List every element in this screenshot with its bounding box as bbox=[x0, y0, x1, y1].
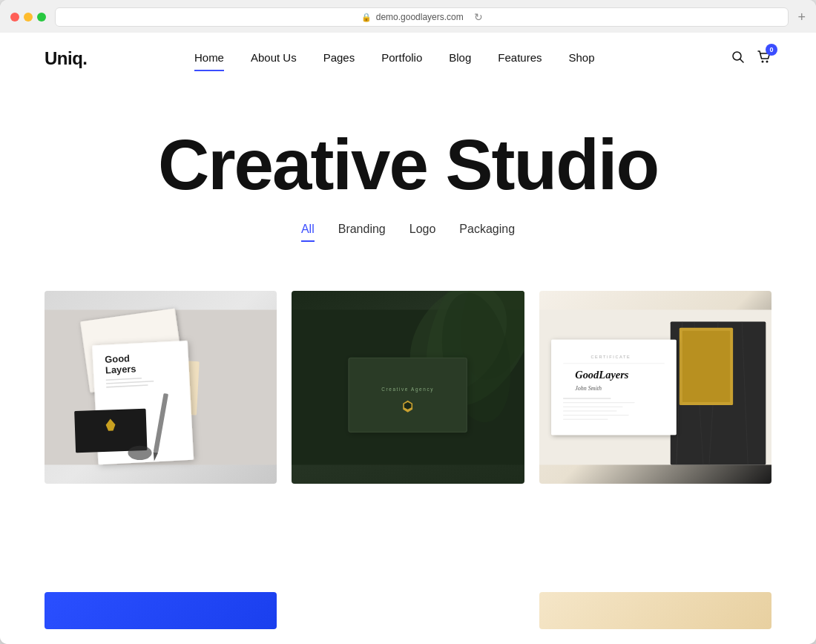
svg-rect-45 bbox=[563, 415, 628, 415]
svg-line-1 bbox=[740, 59, 743, 62]
filter-tab-all[interactable]: All bbox=[301, 223, 315, 239]
nav-item-home[interactable]: Home bbox=[194, 51, 224, 67]
search-icon[interactable] bbox=[731, 50, 745, 68]
svg-text:John Smith: John Smith bbox=[575, 385, 602, 392]
browser-addressbar[interactable]: 🔒 demo.goodlayers.com ↻ bbox=[55, 7, 789, 27]
svg-rect-42 bbox=[563, 402, 634, 403]
site-logo[interactable]: Uniq. bbox=[45, 48, 88, 69]
lock-icon: 🔒 bbox=[361, 13, 372, 22]
portfolio-item-bottom-3[interactable] bbox=[539, 592, 771, 629]
dot-green[interactable] bbox=[37, 13, 46, 22]
dot-red[interactable] bbox=[10, 13, 19, 22]
website-content: Uniq. Home About Us Pages Portfolio Blog… bbox=[0, 33, 816, 644]
nav-item-blog[interactable]: Blog bbox=[449, 51, 471, 67]
nav-icons: 0 bbox=[731, 50, 771, 68]
browser-window: 🔒 demo.goodlayers.com ↻ + Uniq. Home Abo… bbox=[0, 0, 816, 644]
svg-rect-41 bbox=[563, 398, 611, 398]
url-text: demo.goodlayers.com bbox=[376, 12, 464, 22]
svg-rect-46 bbox=[563, 419, 608, 420]
portfolio-item-bottom-1[interactable] bbox=[45, 592, 277, 629]
svg-text:GoodLayers: GoodLayers bbox=[575, 369, 629, 381]
svg-rect-35 bbox=[682, 331, 729, 402]
browser-titlebar: 🔒 demo.goodlayers.com ↻ + bbox=[10, 7, 806, 27]
svg-text:Creative Agency: Creative Agency bbox=[382, 387, 435, 392]
cart-badge: 0 bbox=[766, 44, 777, 56]
svg-rect-23 bbox=[349, 358, 468, 433]
dot-yellow[interactable] bbox=[24, 13, 33, 22]
nav-menu: Home About Us Pages Portfolio Blog Featu… bbox=[194, 51, 595, 67]
portfolio-bottom-row bbox=[0, 592, 816, 644]
svg-point-2 bbox=[761, 60, 763, 62]
hero-title: Creative Studio bbox=[158, 129, 658, 200]
new-tab-button[interactable]: + bbox=[797, 10, 806, 25]
nav-item-shop[interactable]: Shop bbox=[568, 51, 594, 67]
svg-rect-44 bbox=[563, 410, 616, 411]
refresh-icon[interactable]: ↻ bbox=[474, 11, 483, 23]
nav-item-features[interactable]: Features bbox=[498, 51, 542, 67]
svg-rect-43 bbox=[563, 407, 622, 407]
filter-tab-branding[interactable]: Branding bbox=[338, 223, 386, 239]
browser-dots bbox=[10, 13, 46, 22]
nav-item-portfolio[interactable]: Portfolio bbox=[381, 51, 422, 67]
navbar: Uniq. Home About Us Pages Portfolio Blog… bbox=[0, 33, 816, 85]
portfolio-item-2[interactable]: Creative Agency bbox=[292, 291, 524, 484]
svg-rect-36 bbox=[551, 340, 677, 436]
portfolio-item-bottom-2[interactable] bbox=[292, 592, 524, 629]
svg-text:CERTIFICATE: CERTIFICATE bbox=[590, 355, 631, 359]
portfolio-item-1[interactable]: Good Layers bbox=[45, 291, 277, 484]
svg-point-17 bbox=[128, 446, 151, 460]
svg-point-3 bbox=[766, 60, 768, 62]
nav-item-pages[interactable]: Pages bbox=[323, 51, 355, 67]
filter-tab-logo[interactable]: Logo bbox=[409, 223, 436, 239]
filter-tab-packaging[interactable]: Packaging bbox=[459, 223, 515, 239]
portfolio-item-3[interactable]: CERTIFICATE GoodLayers John Smith bbox=[539, 291, 771, 484]
nav-item-about[interactable]: About Us bbox=[251, 51, 297, 67]
cart-icon[interactable]: 0 bbox=[757, 50, 771, 68]
hero-section: Creative Studio All Branding Logo Packag… bbox=[0, 85, 816, 291]
browser-chrome: 🔒 demo.goodlayers.com ↻ + bbox=[0, 0, 816, 33]
portfolio-grid: Good Layers bbox=[0, 291, 816, 592]
filter-tabs: All Branding Logo Packaging bbox=[301, 223, 515, 239]
svg-text:Layers: Layers bbox=[105, 363, 136, 375]
